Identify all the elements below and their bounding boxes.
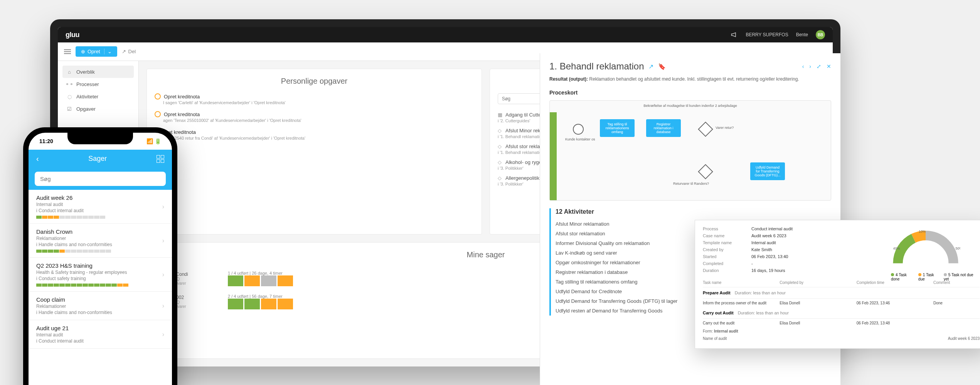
prev-icon[interactable]: ‹ <box>802 63 804 69</box>
meta-label: Duration <box>703 268 745 273</box>
meta-label: Completed <box>703 261 745 266</box>
phone-time: 11:20 <box>39 138 53 144</box>
section-title: Carry out Audit <box>703 311 734 315</box>
case-sub: i Conduct internal audit <box>36 338 164 344</box>
case-item[interactable]: Coop claim Reklamationer i Handle claims… <box>29 292 172 320</box>
announce-icon[interactable] <box>731 32 738 37</box>
top-bar: gluu BERRY SUPERFOS Bente BB <box>58 27 833 42</box>
col-header: Completed by <box>780 280 856 285</box>
case-title: Danish Crown <box>36 228 164 235</box>
sidebar-item-processer[interactable]: ⚬⚬ Processer <box>62 78 134 90</box>
next-icon[interactable]: › <box>809 63 811 69</box>
phone-header: ‹ Sager <box>29 150 172 168</box>
chevron-right-icon: › <box>162 203 164 210</box>
legend-label: 5 Task not due yet <box>944 273 973 281</box>
process-diagram[interactable]: Bekræftelse af modtagelse til kunden ind… <box>549 100 831 201</box>
diagram-label: Varer retur? <box>716 126 734 130</box>
task-sub: agen '2540 retur fra Condi' af 'Kundeser… <box>163 136 474 140</box>
task-item[interactable]: Opret kreditnota I sagen 'Carletti' af '… <box>155 93 474 105</box>
sidebar-item-label: Aktiviteter <box>76 94 98 100</box>
diagram-task[interactable]: Tag stilling til reklamationens omfang <box>600 119 635 137</box>
bookmark-icon[interactable]: 🔖 <box>658 63 666 70</box>
phone-frame: 11:20 📶 🔋 ‹ Sager Audit week 26 Internal… <box>23 127 177 385</box>
meta-label: Created by <box>703 247 745 252</box>
opret-label: Opret <box>88 49 100 54</box>
sidebar-item-overblik[interactable]: ⌂ Overblik <box>62 66 134 78</box>
diamond-icon: ◇ <box>498 175 503 181</box>
case-sub: Reklamationer <box>36 236 164 241</box>
audit-label: Name of audit <box>703 336 727 341</box>
case-sub: i Conduct safety training <box>36 276 164 281</box>
row-time: 06 Feb 2023, 13:46 <box>857 301 933 305</box>
case-sub: i Handle claims and non-conformities <box>36 242 164 247</box>
diagram-gateway <box>698 122 713 137</box>
instruction-title: Allergenepolitik <box>505 175 539 181</box>
report-section: Prepare Audit Duration: less than an hou… <box>703 287 980 299</box>
task-title: Opret kreditnota <box>155 93 474 100</box>
user-name[interactable]: Bente <box>796 32 808 37</box>
phone-screen: 11:20 📶 🔋 ‹ Sager Audit week 26 Internal… <box>29 133 172 385</box>
meta-label: Started <box>703 254 745 259</box>
mini-progress <box>36 250 164 253</box>
case-item[interactable]: Audit week 26 Internal audit i Conduct i… <box>29 190 172 224</box>
case-title: Audit week 26 <box>36 194 164 201</box>
diagram-label: Returvarer til Randers? <box>673 182 709 186</box>
task-sub: agen 'Tenax 255010002' af 'Kundeservicem… <box>163 118 474 123</box>
chevron-right-icon: › <box>162 331 164 338</box>
back-icon[interactable]: ‹ <box>36 154 39 163</box>
diamond-icon: ◇ <box>498 128 503 133</box>
case-item[interactable]: Danish Crown Reklamationer i Handle clai… <box>29 224 172 258</box>
expand-icon[interactable]: ⤢ <box>817 63 821 69</box>
phone-search-input[interactable] <box>35 172 166 186</box>
phone-notch <box>67 133 133 144</box>
phone-header-title: Sager <box>88 155 107 163</box>
audit-value: Audit week 6 2023 <box>948 336 980 341</box>
diagram-task[interactable]: Registrer reklamation i database <box>646 119 681 137</box>
diamond-icon: ◇ <box>498 159 503 165</box>
case-list[interactable]: Audit week 26 Internal audit i Conduct i… <box>29 190 172 349</box>
task-item[interactable]: Opret kreditnota agen 'Tenax 255010002' … <box>155 111 474 123</box>
swimlane <box>550 112 557 200</box>
progress-text: 1 / 4 udført <box>228 271 248 275</box>
panel-title: Personlige opgaver <box>155 77 474 86</box>
row-by: Elisa Donell <box>780 321 856 325</box>
result-value: Reklamation behandlet og afsluttet med k… <box>589 76 799 82</box>
result-label: Resultat (output): <box>549 76 588 82</box>
task-item[interactable]: pret kreditnota agen '2540 retur fra Con… <box>155 129 474 140</box>
case-item[interactable]: Audit uge 21 Internal audit i Conduct in… <box>29 320 172 349</box>
home-icon: ⌂ <box>66 69 72 75</box>
avatar[interactable]: BB <box>816 30 825 39</box>
case-sub: i Handle claims and non-conformities <box>36 310 164 315</box>
detail-title: 1. Behandl reklamation ↗ 🔖 <box>549 61 666 72</box>
plus-icon: ⊕ <box>81 49 85 54</box>
logo: gluu <box>66 31 79 39</box>
del-button[interactable]: ↗ Del <box>122 49 136 54</box>
diagram-task[interactable]: Udfyld Demand for Transferring Goods (DF… <box>750 162 785 180</box>
hamburger-icon[interactable] <box>64 49 71 54</box>
phone-search-bar <box>29 168 172 190</box>
check-icon: ☑ <box>66 106 72 112</box>
sidebar-item-opgaver[interactable]: ☑ Opgaver <box>62 103 134 115</box>
process-icon: ⚬⚬ <box>66 81 72 87</box>
top-right: BERRY SUPERFOS Bente BB <box>731 30 825 39</box>
section-title: Prepare Audit <box>703 290 731 295</box>
doc-icon: ▦ <box>498 112 503 118</box>
opret-button[interactable]: ⊕ Opret ⌄ <box>76 46 117 57</box>
close-icon[interactable]: ✕ <box>827 63 831 69</box>
sidebar-item-aktiviteter[interactable]: ◌ Aktiviteter <box>62 90 134 103</box>
sidebar-item-label: Processer <box>76 81 99 87</box>
progress-blocks <box>228 299 293 309</box>
grid-icon[interactable] <box>157 155 164 163</box>
share-icon: ↗ <box>122 49 126 54</box>
case-sub: i Conduct internal audit <box>36 208 164 213</box>
donut-legend: 4 Task done 1 Task due 5 Task not due ye… <box>891 273 976 281</box>
svg-text:10%: 10% <box>919 230 926 233</box>
report-row: Inform the process owner of the audit El… <box>703 299 980 307</box>
case-title: Coop claim <box>36 296 164 303</box>
del-label: Del <box>128 49 136 54</box>
detail-header: 1. Behandl reklamation ↗ 🔖 ‹ › ⤢ ✕ <box>549 61 831 72</box>
case-sub: Health & Safety training - regular emplo… <box>36 270 164 275</box>
case-item[interactable]: Q2 2023 H&S training Health & Safety tra… <box>29 258 172 292</box>
sidebar-item-label: Opgaver <box>76 106 96 112</box>
external-link-icon[interactable]: ↗ <box>648 63 653 70</box>
